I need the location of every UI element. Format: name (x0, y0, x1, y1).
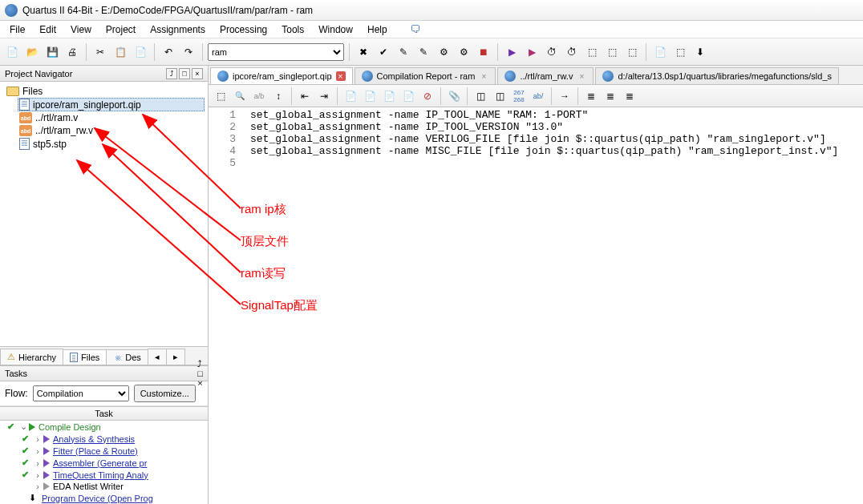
paste-button[interactable]: 📄 (132, 43, 149, 61)
menu-processing[interactable]: Processing (213, 22, 273, 37)
ed-btn[interactable]: 📄 (342, 87, 359, 105)
menu-view[interactable]: View (64, 22, 98, 37)
code-content[interactable]: set_global_assignment -name IP_TOOL_NAME… (245, 107, 843, 504)
report-button[interactable]: 📄 (651, 43, 669, 61)
ed-btn[interactable]: a/b (250, 87, 268, 105)
expand-icon[interactable]: › (32, 470, 43, 480)
task-assembler[interactable]: ✔ › Assembler (Generate pr (0, 457, 208, 469)
tab-hierarchy[interactable]: ⚠Hierarchy (0, 349, 63, 365)
cut-button[interactable]: ✂ (91, 43, 109, 61)
tool-wand2-button[interactable]: ✎ (415, 43, 432, 61)
files-root-node[interactable]: Files (5, 85, 205, 98)
tab-overflow-right[interactable]: ▸ (166, 349, 185, 365)
tool-x-button[interactable]: ✖ (355, 43, 372, 61)
close-tab-icon[interactable]: × (336, 71, 346, 81)
flow-select[interactable]: Compilation (33, 385, 129, 401)
redo-button[interactable]: ↷ (180, 43, 197, 61)
tool-c-button[interactable]: ⬚ (623, 43, 641, 61)
menu-edit[interactable]: Edit (33, 22, 63, 37)
editor-tab-sld[interactable]: d:/altera/13.0sp1/quartus/libraries/mega… (595, 67, 839, 84)
tab-design[interactable]: ⨳Des (106, 349, 148, 365)
task-label: EDA Netlist Writer (53, 482, 124, 491)
chip-button[interactable]: ⬚ (671, 43, 689, 61)
ed-btn[interactable]: 📄 (399, 87, 417, 105)
tool-gear2-button[interactable]: ⚙ (455, 43, 472, 61)
title-bar: Quartus II 64-Bit - E:/DemoCode/FPGA/Qua… (0, 0, 863, 21)
top-entity-combo[interactable]: ram (208, 43, 344, 61)
tool-a-button[interactable]: ⬚ (583, 43, 601, 61)
play-button[interactable]: ▶ (503, 43, 521, 61)
tool-check-button[interactable]: ✔ (375, 43, 392, 61)
expand-icon[interactable]: › (32, 446, 43, 456)
ed-btn[interactable]: ⊘ (419, 87, 436, 105)
undock-icon[interactable]: □ (179, 68, 190, 79)
ed-find-button[interactable]: 🔍 (231, 87, 249, 105)
pin-icon[interactable]: ⤴ (197, 359, 203, 369)
save-button[interactable]: 💾 (43, 43, 61, 61)
ed-btn[interactable]: ◫ (472, 87, 489, 105)
expand-icon[interactable]: › (32, 434, 43, 444)
close-tab-icon[interactable]: × (577, 71, 586, 81)
menu-tools[interactable]: Tools (275, 22, 310, 37)
file-node-ram-v[interactable]: abd ../rtl/ram.v (18, 111, 205, 124)
editor-tab-qip[interactable]: ipcore/ram_singleport.qip × (210, 67, 353, 84)
file-node-ram-rw-v[interactable]: abd ../rtl/ram_rw.v (18, 124, 205, 137)
open-file-button[interactable]: 📂 (23, 43, 41, 61)
close-panel-icon[interactable]: × (192, 68, 203, 79)
menu-window[interactable]: Window (312, 22, 359, 37)
tab-overflow-left[interactable]: ◂ (148, 349, 167, 365)
code-editor[interactable]: 12345 set_global_assignment -name IP_TOO… (209, 107, 863, 504)
ed-btn[interactable]: ≣ (621, 87, 638, 105)
file-node-qip[interactable]: ipcore/ram_singleport.qip (18, 98, 205, 111)
ed-btn[interactable]: ⬚ (212, 87, 229, 105)
verilog-icon: abd (19, 112, 32, 123)
menu-help[interactable]: Help (361, 22, 394, 37)
ed-btn[interactable]: → (556, 87, 573, 105)
file-node-stp[interactable]: stp5.stp (18, 137, 205, 151)
ed-btn[interactable]: ab/ (529, 87, 547, 105)
undo-button[interactable]: ↶ (160, 43, 177, 61)
task-compile-design[interactable]: ✔ ⌄ Compile Design (0, 421, 208, 433)
programmer-button[interactable]: ⬇ (691, 43, 709, 61)
ed-btn[interactable]: ≣ (602, 87, 619, 105)
clock2-button[interactable]: ⏱ (563, 43, 581, 61)
new-file-button[interactable]: 📄 (3, 43, 21, 61)
tool-wand-button[interactable]: ✎ (395, 43, 412, 61)
task-timequest[interactable]: ✔ › TimeQuest Timing Analy (0, 469, 208, 481)
print-button[interactable]: 🖨 (63, 43, 81, 61)
task-fitter[interactable]: ✔ › Fitter (Place & Route) (0, 445, 208, 457)
undock-icon[interactable]: □ (197, 369, 203, 378)
tab-files[interactable]: Files (63, 349, 107, 365)
task-analysis-synthesis[interactable]: ✔ › Analysis & Synthesis (0, 433, 208, 445)
expand-icon[interactable]: › (32, 482, 43, 491)
task-eda-netlist[interactable]: › EDA Netlist Writer (0, 481, 208, 492)
clock-button[interactable]: ⏱ (543, 43, 561, 61)
tool-gear-button[interactable]: ⚙ (435, 43, 452, 61)
menu-project[interactable]: Project (99, 22, 142, 37)
ed-btn[interactable]: ↕ (269, 87, 287, 105)
stop-button[interactable]: ⏹ (475, 43, 492, 61)
search-help-icon[interactable]: 🗨 (403, 22, 427, 37)
ed-indent-button[interactable]: ⇤ (296, 87, 314, 105)
menu-file[interactable]: File (3, 22, 31, 37)
ed-btn[interactable]: 📄 (361, 87, 379, 105)
tool-b-button[interactable]: ⬚ (603, 43, 621, 61)
play2-button[interactable]: ▶ (523, 43, 541, 61)
task-program-device[interactable]: ⬇ Program Device (Open Prog (0, 492, 208, 504)
ed-outdent-button[interactable]: ⇥ (315, 87, 333, 105)
ed-btn[interactable]: 267268 (510, 87, 528, 105)
expand-icon[interactable]: ⌄ (18, 421, 29, 432)
ed-btn[interactable]: ≣ (582, 87, 600, 105)
ed-btn[interactable]: 📄 (380, 87, 398, 105)
customize-button[interactable]: Customize... (134, 385, 196, 402)
expand-icon[interactable]: › (32, 458, 43, 468)
pin-icon[interactable]: ⤴ (166, 68, 177, 79)
editor-tab-ram-rw[interactable]: ../rtl/ram_rw.v × (497, 67, 594, 84)
ed-btn[interactable]: 📎 (445, 87, 463, 105)
copy-button[interactable]: 📋 (111, 43, 129, 61)
editor-tab-compilation-report[interactable]: Compilation Report - ram × (355, 67, 496, 84)
close-tab-icon[interactable]: × (479, 71, 488, 81)
menu-assignments[interactable]: Assignments (144, 22, 212, 37)
ed-btn[interactable]: ◫ (491, 87, 508, 105)
separator (467, 87, 468, 105)
